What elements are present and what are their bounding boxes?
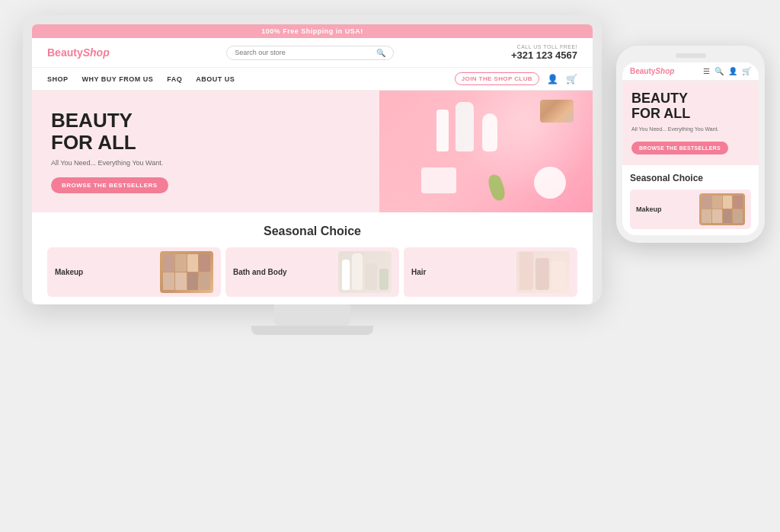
phone-seasonal-card-makeup[interactable]: Makeup <box>630 190 751 229</box>
hero-subtitle: All You Need... Everything You Want. <box>51 159 360 167</box>
phone-logo-highlight: Shop <box>655 67 674 75</box>
desktop-monitor: 100% Free Shipping in USA! BeautyShop 🔍 … <box>23 15 602 335</box>
phone-header: BeautyShop ☰ 🔍 👤 🛒 <box>622 62 759 81</box>
phone-hero-line2: FOR ALL <box>631 106 690 121</box>
phone-nav-icons: ☰ 🔍 👤 🛒 <box>703 67 751 75</box>
nav-why-buy[interactable]: WHY BUY FROM US <box>82 75 154 83</box>
hero-text-area: BEAUTY FOR ALL All You Need... Everythin… <box>32 91 379 212</box>
hero-image <box>379 91 593 212</box>
seasonal-card-hair[interactable]: Hair <box>404 247 577 297</box>
product-bottle-3 <box>482 113 497 151</box>
announcement-bar: 100% Free Shipping in USA! <box>32 24 593 38</box>
join-club-button[interactable]: JOIN THE SHOP CLUB <box>455 72 539 85</box>
monitor-body: 100% Free Shipping in USA! BeautyShop 🔍 … <box>23 15 602 304</box>
cream-jar <box>534 167 566 199</box>
nav-links: SHOP WHY BUY FROM US FAQ ABOUT US <box>47 75 235 83</box>
phone-menu-icon[interactable]: ☰ <box>703 67 710 75</box>
site-header: BeautyShop 🔍 CALL US TOLL FREE! +321 123… <box>32 38 593 68</box>
call-label: CALL US TOLL FREE! <box>511 44 577 49</box>
monitor-base <box>251 326 373 335</box>
hero-title-line2: FOR ALL <box>51 131 136 154</box>
search-icon[interactable]: 🔍 <box>376 49 385 57</box>
nav-about[interactable]: ABOUT US <box>196 75 235 83</box>
phone-user-icon[interactable]: 👤 <box>728 67 737 75</box>
nav-right: JOIN THE SHOP CLUB 👤 🛒 <box>455 72 577 85</box>
logo-text-highlight: Shop <box>83 46 110 59</box>
nav-faq[interactable]: FAQ <box>167 75 182 83</box>
search-bar[interactable]: 🔍 <box>226 46 394 60</box>
user-icon[interactable]: 👤 <box>547 74 558 84</box>
phone-screen: BeautyShop ☰ 🔍 👤 🛒 BEAUTY FOR ALL <box>622 62 759 235</box>
monitor-stand <box>274 304 350 326</box>
card-image-hair <box>516 251 570 293</box>
phone-body: BeautyShop ☰ 🔍 👤 🛒 BEAUTY FOR ALL <box>616 46 765 243</box>
phone-logo: BeautyShop <box>630 67 674 75</box>
mobile-phone: BeautyShop ☰ 🔍 👤 🛒 BEAUTY FOR ALL <box>616 46 765 243</box>
phone-hero-title: BEAUTY FOR ALL <box>631 91 750 122</box>
seasonal-card-makeup[interactable]: Makeup <box>47 247 221 297</box>
phone-number: +321 123 4567 <box>511 49 577 61</box>
scene: 100% Free Shipping in USA! BeautyShop 🔍 … <box>0 0 780 532</box>
phone-info: CALL US TOLL FREE! +321 123 4567 <box>511 44 577 61</box>
card-image-bath <box>338 251 392 293</box>
search-input[interactable] <box>235 49 376 56</box>
browse-bestsellers-button[interactable]: BROWSE THE BESTSELLERS <box>51 177 168 193</box>
phone-hero-line1: BEAUTY <box>631 91 688 106</box>
phone-seasonal: Seasonal Choice Makeup <box>622 165 759 235</box>
phone-cart-icon[interactable]: 🛒 <box>742 67 751 75</box>
cart-icon[interactable]: 🛒 <box>566 74 577 84</box>
main-nav: SHOP WHY BUY FROM US FAQ ABOUT US JOIN T… <box>32 68 593 91</box>
palette <box>540 100 574 123</box>
monitor-screen: 100% Free Shipping in USA! BeautyShop 🔍 … <box>32 24 593 304</box>
phone-logo-main: Beauty <box>630 67 655 75</box>
site-logo: BeautyShop <box>47 46 110 59</box>
announcement-text: 100% Free Shipping in USA! <box>261 27 363 35</box>
card-label-makeup: Makeup <box>55 267 160 277</box>
card-image-makeup <box>160 251 213 293</box>
hero-title: BEAUTY FOR ALL <box>51 110 360 153</box>
phone-hero-subtitle: All You Need... Everything You Want. <box>631 126 750 132</box>
product-bottle-1 <box>436 110 449 151</box>
compact <box>421 167 456 193</box>
nav-shop[interactable]: SHOP <box>47 75 69 83</box>
card-label-hair: Hair <box>411 267 516 277</box>
hero-banner: BEAUTY FOR ALL All You Need... Everythin… <box>32 91 593 212</box>
card-label-bath: Bath and Body <box>233 267 338 277</box>
seasonal-section: Seasonal Choice Makeup <box>32 212 593 304</box>
product-bottle-2 <box>456 102 474 151</box>
logo-text-main: Beauty <box>47 46 83 59</box>
phone-seasonal-title: Seasonal Choice <box>630 173 751 183</box>
hero-title-line1: BEAUTY <box>51 109 133 132</box>
seasonal-grid: Makeup <box>47 247 577 297</box>
seasonal-title: Seasonal Choice <box>47 225 577 238</box>
phone-search-icon[interactable]: 🔍 <box>714 67 724 75</box>
phone-card-image <box>699 193 745 225</box>
phone-browse-button[interactable]: BROWSE THE BESTSELLERS <box>631 142 728 155</box>
seasonal-card-bath[interactable]: Bath and Body <box>225 247 399 297</box>
phone-camera <box>676 53 706 58</box>
phone-hero: BEAUTY FOR ALL All You Need... Everythin… <box>622 81 759 165</box>
phone-card-label: Makeup <box>636 205 662 213</box>
